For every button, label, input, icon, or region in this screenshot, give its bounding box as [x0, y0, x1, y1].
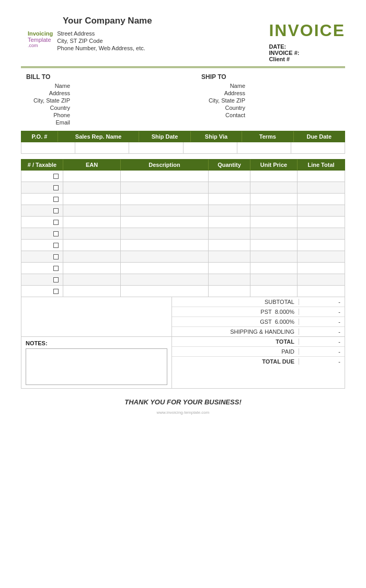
invoice-num-label: INVOICE #:	[269, 50, 299, 56]
paid-row: PAID -	[172, 347, 345, 357]
item-row	[21, 274, 345, 286]
paid-label: PAID	[176, 348, 299, 355]
ship-city-label: City, State ZIP	[201, 97, 248, 104]
gst-row: GST 6.000% -	[172, 317, 345, 327]
notes-box[interactable]	[26, 348, 167, 385]
taxable-checkbox[interactable]	[53, 208, 59, 213]
ship-country-row: Country	[201, 105, 345, 111]
ship-country-label: Country	[201, 105, 248, 111]
client-label: Client #	[269, 56, 290, 62]
ship-name-row: Name	[201, 83, 345, 89]
taxable-checkbox[interactable]	[53, 220, 59, 225]
item-row	[21, 217, 345, 228]
gst-value: -	[299, 319, 340, 325]
taxable-checkbox[interactable]	[53, 289, 59, 294]
address-block: Street Address City, ST ZIP Code Phone N…	[57, 30, 145, 51]
item-row	[21, 205, 345, 217]
item-row	[21, 263, 345, 274]
bill-phone-label: Phone	[26, 112, 73, 118]
company-name: Your Company Name	[63, 16, 152, 26]
bill-to-title: BILL TO	[26, 73, 170, 81]
shipdate-value[interactable]	[129, 142, 183, 153]
terms-value[interactable]	[237, 142, 291, 153]
totals-side: TOTAL - PAID - TOTAL DUE -	[172, 337, 345, 388]
items-header: # / Taxable EAN Description Quantity Uni…	[21, 159, 345, 171]
bill-email-row: Email	[26, 119, 170, 126]
item-row	[21, 240, 345, 251]
invoice-page: Your Company Name Invoicing Template .co…	[0, 0, 366, 588]
notes-side: NOTES:	[21, 337, 172, 388]
item-row	[21, 228, 345, 240]
ship-name-label: Name	[201, 83, 248, 89]
ship-address-row: Address	[201, 90, 345, 96]
bill-country-label: Country	[26, 105, 73, 111]
bottom-combined: NOTES: TOTAL - PAID - TOTAL DUE -	[21, 337, 345, 389]
total-row: TOTAL -	[172, 337, 345, 347]
subtotal-left-spacer	[21, 297, 172, 336]
bill-email-label: Email	[26, 119, 73, 126]
po-value[interactable]	[21, 142, 75, 153]
item-row	[21, 182, 345, 194]
desc-header: Description	[121, 160, 209, 170]
subtotal-label: SUBTOTAL	[176, 299, 299, 305]
order-header: P.O. # Sales Rep. Name Ship Date Ship Vi…	[21, 131, 345, 142]
date-label: DATE:	[269, 43, 286, 50]
duedate-header: Due Date	[294, 131, 345, 142]
taxable-checkbox[interactable]	[53, 277, 59, 282]
total-due-label: TOTAL DUE	[176, 358, 299, 365]
ship-address-label: Address	[201, 90, 248, 96]
subtotal-section: SUBTOTAL - PST 8.000% - GST 6.000% - SHI…	[21, 297, 345, 337]
address-line3: Phone Number, Web Address, etc.	[57, 45, 145, 51]
shipvia-header: Ship Via	[191, 131, 242, 142]
sales-header: Sales Rep. Name	[58, 131, 139, 142]
total-label: TOTAL	[176, 338, 299, 345]
subtotal-row: SUBTOTAL -	[172, 297, 345, 307]
taxable-checkbox[interactable]	[53, 243, 59, 248]
item-row	[21, 251, 345, 263]
total-due-row: TOTAL DUE -	[172, 357, 345, 366]
price-header: Unit Price	[250, 160, 298, 170]
bill-address-row: Address	[26, 90, 170, 96]
subtotal-right: SUBTOTAL - PST 8.000% - GST 6.000% - SHI…	[172, 297, 345, 336]
bill-address-label: Address	[26, 90, 73, 96]
ship-to-title: SHIP TO	[201, 73, 345, 81]
footer-url: www.invoicing-template.com	[21, 410, 345, 415]
invoice-title: INVOICE	[269, 21, 345, 40]
taxable-checkbox[interactable]	[53, 197, 59, 202]
ship-city-row: City, State ZIP	[201, 97, 345, 104]
taxable-header: # / Taxable	[21, 160, 63, 170]
taxable-checkbox[interactable]	[53, 266, 59, 271]
bill-country-row: Country	[26, 105, 170, 111]
logo-template: Template	[28, 37, 53, 43]
duedate-value[interactable]	[291, 142, 345, 153]
shipping-label: SHIPPING & HANDLING	[176, 329, 299, 335]
shipvia-value[interactable]	[184, 142, 237, 153]
paid-value: -	[299, 348, 340, 355]
order-data-row	[21, 142, 345, 154]
shipping-value: -	[299, 329, 340, 335]
taxable-checkbox[interactable]	[53, 231, 59, 236]
shipdate-header: Ship Date	[139, 131, 190, 142]
bill-name-row: Name	[26, 83, 170, 89]
taxable-checkbox[interactable]	[53, 185, 59, 190]
ean-header: EAN	[63, 160, 121, 170]
shipping-row: SHIPPING & HANDLING -	[172, 327, 345, 336]
subtotal-value: -	[299, 299, 340, 305]
address-line1: Street Address	[57, 30, 145, 37]
bill-name-label: Name	[26, 83, 73, 89]
item-row	[21, 194, 345, 205]
pst-row: PST 8.000% -	[172, 307, 345, 317]
po-header: P.O. #	[21, 131, 58, 142]
ship-to-column: SHIP TO Name Address City, State ZIP Cou…	[170, 73, 345, 127]
bill-to-column: BILL TO Name Address City, State ZIP Cou…	[21, 73, 170, 127]
bill-phone-row: Phone	[26, 112, 170, 118]
logo-area: Invoicing Template .com	[28, 30, 53, 48]
taxable-checkbox[interactable]	[53, 254, 59, 259]
sales-value[interactable]	[75, 142, 129, 153]
taxable-checkbox[interactable]	[53, 174, 59, 179]
logo-com: .com	[28, 43, 53, 48]
divider-double	[21, 66, 345, 68]
terms-header: Terms	[242, 131, 293, 142]
total-due-value: -	[299, 358, 340, 365]
header: Your Company Name Invoicing Template .co…	[21, 16, 345, 62]
